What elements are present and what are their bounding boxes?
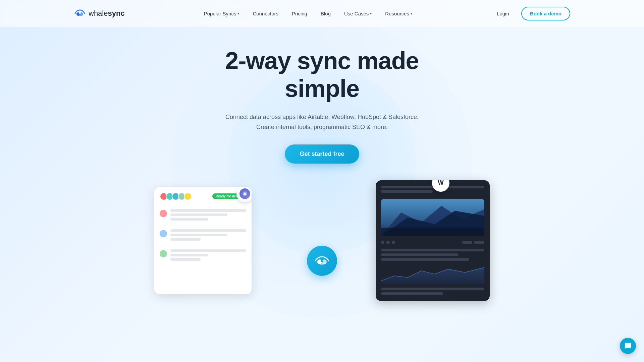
chat-support-button[interactable] bbox=[620, 338, 636, 354]
nav-links: Popular Syncs ▾ Connectors Pricing Blog … bbox=[199, 8, 418, 19]
dash-content-lines bbox=[381, 249, 484, 261]
nav-actions: Login Book a demo bbox=[491, 7, 570, 20]
logo[interactable]: whalesync bbox=[74, 9, 125, 18]
avatar bbox=[184, 192, 192, 200]
hero-section: 2-way sync made simple Connect data acro… bbox=[0, 27, 644, 345]
avatar bbox=[160, 210, 167, 217]
hero-subtitle: Connect data across apps like Airtable, … bbox=[0, 112, 644, 132]
hero-illustration: Ready for design bbox=[154, 177, 490, 345]
left-app-card: Ready for design bbox=[154, 187, 252, 294]
avatar bbox=[160, 230, 167, 237]
chevron-down-icon: ▾ bbox=[237, 12, 239, 15]
chat-icon bbox=[624, 342, 632, 350]
avatar bbox=[160, 250, 167, 257]
table-row bbox=[160, 226, 246, 246]
svg-rect-7 bbox=[381, 228, 484, 236]
dash-controls bbox=[381, 241, 484, 244]
right-app-card: W bbox=[376, 180, 490, 301]
logo-icon bbox=[74, 9, 86, 18]
nav-blog[interactable]: Blog bbox=[315, 8, 336, 19]
table-row bbox=[160, 246, 246, 266]
nav-popular-syncs[interactable]: Popular Syncs ▾ bbox=[199, 8, 245, 19]
book-demo-button[interactable]: Book a demo bbox=[521, 7, 570, 20]
left-card-header: Ready for design bbox=[160, 192, 246, 200]
chevron-down-icon: ▾ bbox=[370, 12, 372, 15]
trusted-section: TRUSTED BY TEAMS WHO WORK SMARTER bbox=[0, 345, 644, 362]
chart-area bbox=[381, 264, 484, 284]
chevron-down-icon: ▾ bbox=[411, 12, 412, 15]
login-button[interactable]: Login bbox=[491, 8, 515, 19]
nav-resources[interactable]: Resources ▾ bbox=[380, 8, 418, 19]
navbar: whalesync Popular Syncs ▾ Connectors Pri… bbox=[0, 0, 644, 27]
logo-text: whalesync bbox=[89, 9, 125, 18]
get-started-button[interactable]: Get started free bbox=[285, 144, 359, 164]
dash-bottom-lines bbox=[381, 288, 484, 290]
nav-connectors[interactable]: Connectors bbox=[247, 8, 284, 19]
linear-app-icon bbox=[236, 187, 252, 202]
table-row bbox=[160, 206, 246, 226]
hero-title: 2-way sync made simple bbox=[0, 47, 644, 103]
dashboard-image bbox=[381, 199, 484, 236]
avatar-group bbox=[160, 192, 190, 200]
nav-pricing[interactable]: Pricing bbox=[286, 8, 313, 19]
nav-use-cases[interactable]: Use Cases ▾ bbox=[339, 8, 377, 19]
center-whalesync-logo bbox=[307, 246, 337, 276]
